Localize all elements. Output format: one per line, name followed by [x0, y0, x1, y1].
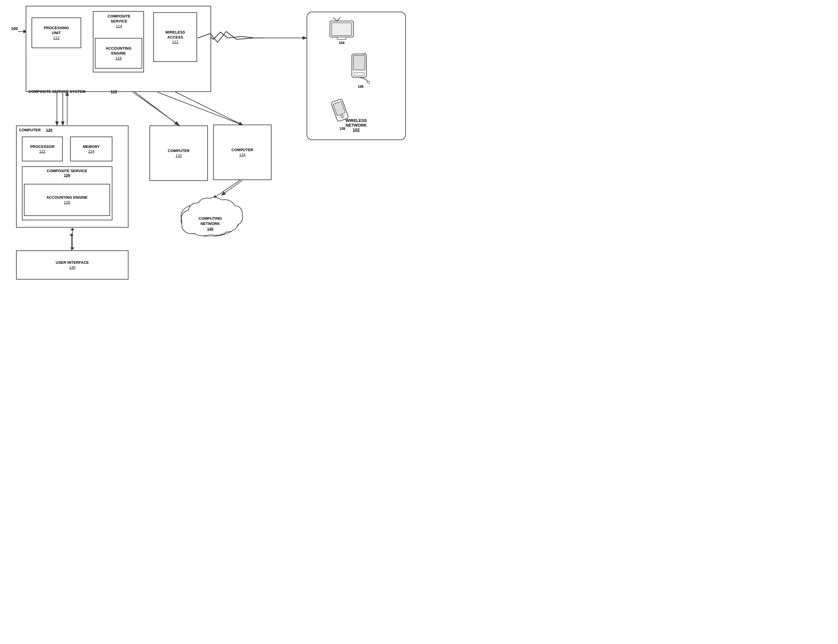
processor-122-box: PROCESSOR 122 [22, 136, 63, 161]
svg-rect-21 [337, 37, 346, 39]
svg-point-26 [367, 81, 370, 84]
computer-132-label: COMPUTER [168, 148, 189, 153]
svg-marker-39 [70, 248, 74, 250]
accounting-engine-128-num: 128 [64, 200, 70, 205]
computer-134-box: COMPUTER 134 [213, 125, 272, 180]
memory-124-label: MEMORY [82, 145, 100, 150]
computer-132-num: 132 [176, 153, 182, 158]
svg-line-25 [364, 53, 366, 54]
diagram: 100 [0, 0, 419, 322]
processing-unit-label: PROCESSINGUNIT [44, 26, 69, 36]
accounting-engine-116-label: ACCOUNTINGENGINE [106, 46, 132, 56]
svg-line-36 [222, 180, 242, 195]
tv-label: 104 [327, 41, 356, 45]
accounting-engine-128-label: ACCOUNTING ENGINE [46, 195, 88, 200]
composite-service-126-label: COMPOSITE SERVICE126 [24, 169, 110, 177]
svg-line-3 [133, 90, 178, 125]
wireless-access-box: WIRELESSACCESS 112 [153, 12, 197, 62]
svg-rect-24 [354, 72, 364, 76]
composite-service-system-label: COMPOSITE SERVICE SYSTEM 110 [28, 89, 117, 94]
accounting-engine-128-box: ACCOUNTING ENGINE 128 [24, 184, 110, 216]
accounting-engine-116-num: 116 [115, 56, 122, 61]
svg-line-35 [158, 92, 242, 125]
processor-122-label: PROCESSOR [30, 145, 54, 150]
user-interface-130-label: USER INTERFACE [56, 260, 89, 265]
computer-132-box: COMPUTER 132 [150, 125, 208, 181]
computing-network-cloud: COMPUTINGNETWORK140 [177, 194, 244, 248]
pda-device: 106 [351, 53, 371, 89]
svg-line-17 [333, 18, 337, 21]
accounting-engine-116-box: ACCOUNTINGENGINE 116 [95, 38, 142, 69]
computer-120-label-text: COMPUTER 120 [19, 128, 52, 132]
composite-service-114-label: COMPOSITESERVICE 114 [94, 14, 145, 28]
user-interface-130-box: USER INTERFACE 130 [16, 250, 128, 279]
svg-marker-7 [69, 233, 74, 236]
processing-unit-num: 112 [53, 36, 59, 40]
wireless-access-label: WIRELESSACCESS [165, 30, 185, 40]
svg-line-4 [172, 90, 242, 125]
memory-124-num: 124 [88, 149, 95, 153]
wireless-network-label: WIRELESS NETWORK 102 [313, 118, 400, 132]
computer-134-label: COMPUTER [232, 148, 253, 153]
svg-rect-23 [353, 56, 365, 70]
processing-unit-box: PROCESSINGUNIT 112 [31, 18, 81, 48]
processor-122-num: 122 [39, 149, 46, 153]
memory-124-box: MEMORY 124 [70, 136, 112, 161]
pda-label: 106 [351, 85, 371, 89]
svg-line-34 [133, 92, 179, 125]
ref-100-label: 100 [11, 26, 18, 31]
svg-marker-38 [70, 228, 74, 230]
wireless-access-num: 112 [172, 40, 178, 44]
computer-134-num: 134 [239, 153, 245, 157]
computing-network-label: COMPUTINGNETWORK140 [177, 216, 244, 232]
tv-device: 104 [327, 18, 356, 45]
user-interface-130-num: 130 [69, 265, 76, 269]
svg-rect-20 [332, 23, 352, 36]
svg-line-18 [337, 18, 340, 21]
